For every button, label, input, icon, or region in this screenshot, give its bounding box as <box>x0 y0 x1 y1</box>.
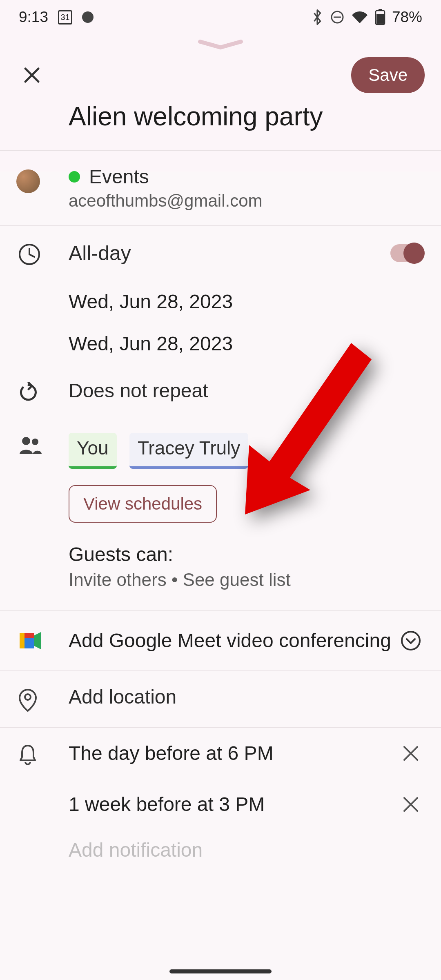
location-pin-icon <box>18 686 69 713</box>
allday-toggle[interactable] <box>390 244 423 262</box>
svg-point-11 <box>32 439 38 445</box>
add-notification-button[interactable]: Add notification <box>0 830 441 861</box>
wifi-icon <box>351 10 368 24</box>
bell-icon <box>18 741 69 766</box>
account-email: aceofthumbs@gmail.com <box>69 191 423 211</box>
calendar-color-dot-icon <box>69 171 80 183</box>
dnd-icon <box>330 10 345 24</box>
close-icon <box>402 744 420 762</box>
meet-dropdown-button[interactable] <box>400 630 423 651</box>
guest-chip-you[interactable]: You <box>69 433 117 469</box>
close-button[interactable] <box>16 60 47 91</box>
remove-notification-button[interactable] <box>399 741 423 766</box>
google-meet-icon <box>18 630 69 651</box>
notification-label: 1 week before at 3 PM <box>69 793 399 815</box>
repeat-icon <box>18 379 69 403</box>
save-button[interactable]: Save <box>351 57 425 93</box>
svg-point-17 <box>25 694 31 700</box>
add-video-conferencing-row[interactable]: Add Google Meet video conferencing <box>0 611 441 670</box>
guest-chip[interactable]: Tracey Truly <box>129 433 248 469</box>
account-avatar <box>16 169 40 193</box>
repeat-label: Does not repeat <box>69 379 423 402</box>
view-schedules-button[interactable]: View schedules <box>69 485 217 523</box>
guests-row[interactable]: You Tracey Truly <box>0 418 441 477</box>
start-date-button[interactable]: Wed, Jun 28, 2023 <box>0 281 441 323</box>
close-icon <box>22 65 42 85</box>
svg-line-9 <box>29 254 34 257</box>
repeat-row[interactable]: Does not repeat <box>0 365 441 418</box>
people-icon <box>18 433 69 469</box>
close-icon <box>402 795 420 813</box>
gesture-nav-bar[interactable] <box>169 969 272 973</box>
bluetooth-icon <box>311 9 323 25</box>
allday-label: All-day <box>69 241 131 265</box>
header: Save <box>0 51 441 101</box>
svg-marker-15 <box>34 632 41 649</box>
battery-icon <box>375 9 385 25</box>
status-bar: 9:13 31 78% <box>0 0 441 34</box>
calendar-name: Events <box>89 165 149 188</box>
calendar-account-row[interactable]: Events aceofthumbs@gmail.com <box>0 151 441 225</box>
remove-notification-button[interactable] <box>399 792 423 817</box>
notification-row[interactable]: 1 week before at 3 PM <box>0 779 441 830</box>
svg-point-16 <box>402 632 420 650</box>
add-meet-label: Add Google Meet video conferencing <box>69 629 400 653</box>
chevron-down-circle-icon <box>400 630 421 651</box>
status-time: 9:13 <box>19 9 48 26</box>
end-date-button[interactable]: Wed, Jun 28, 2023 <box>0 323 441 365</box>
notification-row[interactable]: The day before at 6 PM <box>0 728 441 779</box>
guests-can-detail: Invite others • See guest list <box>69 570 423 590</box>
guest-permissions-row[interactable]: Guests can: Invite others • See guest li… <box>0 535 441 610</box>
add-location-label: Add location <box>69 686 423 708</box>
notification-label: The day before at 6 PM <box>69 742 399 764</box>
svg-rect-14 <box>20 633 24 648</box>
guests-can-label: Guests can: <box>69 543 423 566</box>
svg-rect-4 <box>376 14 384 24</box>
status-dot-icon <box>82 11 94 23</box>
clock-icon <box>18 241 69 266</box>
pulldown-handle-icon[interactable] <box>0 39 441 51</box>
event-title-input[interactable]: Alien welcoming party <box>0 101 441 150</box>
calendar-statusbar-icon: 31 <box>58 10 72 24</box>
battery-percent: 78% <box>392 9 422 26</box>
svg-point-10 <box>22 437 30 445</box>
add-location-row[interactable]: Add location <box>0 671 441 727</box>
